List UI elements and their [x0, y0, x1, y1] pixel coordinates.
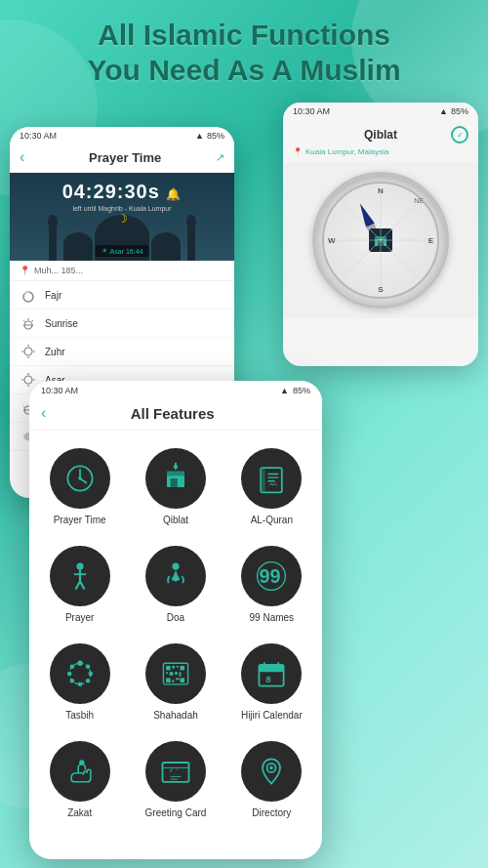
qiblat-location: 📍 Kuala Lumpur, Malaysia [293, 145, 468, 158]
qiblat-phone: 10:30 AM ▲ 85% Qiblat ✓ 📍 Kuala Lumpur, … [283, 103, 478, 366]
svg-rect-80 [166, 679, 171, 683]
feature-doa[interactable]: Doa [130, 538, 221, 631]
svg-point-96 [270, 766, 274, 770]
svg-point-89 [79, 760, 84, 765]
feature-al-quran[interactable]: AL-Quran [226, 440, 317, 533]
sunrise-label: Sunrise [45, 318, 224, 329]
svg-rect-85 [260, 665, 284, 672]
feature-greeting-card[interactable]: Greeting Card [130, 733, 221, 826]
header-section: All Islamic Functions You Need As A Musl… [0, 18, 488, 88]
features-status-icons: ▲ 85% [280, 386, 310, 395]
doa-icon-circle [145, 546, 206, 606]
svg-rect-83 [180, 679, 184, 683]
features-title: All Features [54, 405, 291, 422]
svg-point-9 [186, 215, 196, 228]
compass-rose [324, 184, 437, 297]
feature-hijiri-calendar[interactable]: 8 Hijiri Calendar [226, 636, 317, 728]
compass: N S E W NE [312, 172, 449, 309]
feature-directory[interactable]: Directory [226, 733, 317, 826]
qiblat-feature-label: Qiblat [163, 515, 188, 525]
features-back-arrow[interactable]: ‹ [41, 404, 46, 422]
prayer-time-icon [62, 461, 98, 496]
svg-rect-5 [151, 244, 181, 261]
quran-icon [254, 461, 289, 496]
svg-marker-48 [173, 463, 178, 468]
svg-point-68 [69, 679, 74, 683]
zakat-icon-circle [50, 741, 110, 802]
asar-badge: ☀ Asar 16:44 [96, 245, 149, 257]
svg-rect-77 [170, 672, 174, 676]
prayer-label: Prayer [65, 612, 94, 623]
directory-icon-circle [241, 741, 302, 802]
svg-line-16 [32, 320, 34, 322]
prayer-time-icon-circle [50, 448, 110, 509]
greeting-card-icon [158, 754, 193, 789]
fajr-icon [20, 286, 37, 304]
svg-text:99: 99 [260, 565, 281, 587]
compass-inner: N S E W NE [322, 182, 439, 299]
tasbih-icon [62, 656, 98, 691]
qiblat-status-bar: 10:30 AM ▲ 85% [283, 103, 478, 120]
prayer-time-overlay: 04:29:30s 🔔 left until Maghrib - Kuala L… [10, 181, 234, 212]
qiblat-nav-header: Qiblat ✓ 📍 Kuala Lumpur, Malaysia [283, 120, 478, 162]
svg-line-57 [75, 581, 80, 589]
features-battery-icon: 85% [293, 386, 310, 395]
feature-zakat[interactable]: Zakat [34, 733, 125, 826]
wifi-icon: ▲ [195, 131, 204, 141]
qiblat-icon-circle [145, 448, 206, 509]
prayer-nav-header: ‹ Prayer Time ↗ [10, 145, 234, 173]
prayer-icon [62, 558, 98, 594]
feature-qiblat[interactable]: Qiblat [130, 440, 221, 533]
doa-icon [158, 558, 193, 594]
svg-point-66 [86, 679, 91, 683]
qiblat-title-row: Qiblat ✓ [293, 124, 468, 145]
qiblat-wifi-icon: ▲ [439, 106, 448, 116]
back-arrow-icon[interactable]: ‹ [20, 148, 24, 166]
feature-99-names[interactable]: 99 99 Names [226, 538, 317, 631]
fajr-label: Fajr [45, 290, 224, 301]
feature-tasbih[interactable]: Tasbih [34, 636, 125, 728]
svg-point-59 [172, 563, 179, 570]
prayer-item-zuhr: Zuhr [10, 338, 234, 366]
svg-point-7 [48, 215, 58, 228]
svg-rect-46 [171, 478, 178, 487]
feature-shahadah[interactable]: Shahadah [130, 636, 221, 728]
prayer-countdown: 04:29:30s 🔔 [10, 181, 234, 203]
calendar-icon-circle: 8 [241, 643, 302, 704]
sunrise-icon [20, 314, 37, 332]
qiblat-status-time: 10:30 AM [293, 106, 330, 116]
prayer-item-fajr: Fajr [10, 281, 234, 310]
qiblat-battery-icon: 85% [451, 106, 468, 116]
quran-icon-circle [241, 448, 302, 509]
zuhr-label: Zuhr [45, 347, 224, 357]
svg-rect-50 [262, 468, 266, 492]
prayer-time-subtitle: left until Maghrib - Kuala Lumpur [10, 205, 234, 212]
feature-prayer[interactable]: Prayer [34, 538, 125, 631]
tasbih-icon-circle [50, 643, 110, 704]
features-status-bar: 10:30 AM ▲ 85% [29, 381, 322, 400]
svg-point-43 [78, 476, 82, 480]
svg-point-67 [77, 682, 82, 687]
svg-point-54 [76, 563, 83, 570]
feature-prayer-time[interactable]: Prayer Time [34, 440, 125, 533]
calendar-icon: 8 [254, 656, 289, 691]
zakat-icon [62, 754, 98, 789]
prayer-time-label: Prayer Time [54, 515, 106, 525]
share-icon[interactable]: ↗ [216, 151, 224, 164]
status-bar-prayer: 10:30 AM ▲ 85% [10, 127, 234, 145]
features-nav-header: ‹ All Features [29, 400, 322, 431]
svg-rect-78 [175, 672, 178, 675]
quran-label: AL-Quran [251, 515, 293, 525]
svg-point-64 [86, 665, 91, 670]
svg-rect-74 [177, 666, 179, 668]
qiblat-title: Qiblat [364, 128, 397, 142]
prayer-hero: ☽ 04:29:30s 🔔 left until Maghrib - Kuala… [10, 173, 234, 261]
shahadah-icon [158, 656, 193, 691]
names-icon: 99 [254, 558, 289, 594]
features-wifi-icon: ▲ [280, 386, 289, 395]
location-text: Muh... 185... [34, 266, 83, 275]
svg-rect-72 [166, 666, 171, 671]
features-grid: Prayer Time Qiblat [29, 431, 322, 836]
bell-icon: 🔔 [166, 187, 182, 201]
directory-icon [254, 754, 289, 789]
